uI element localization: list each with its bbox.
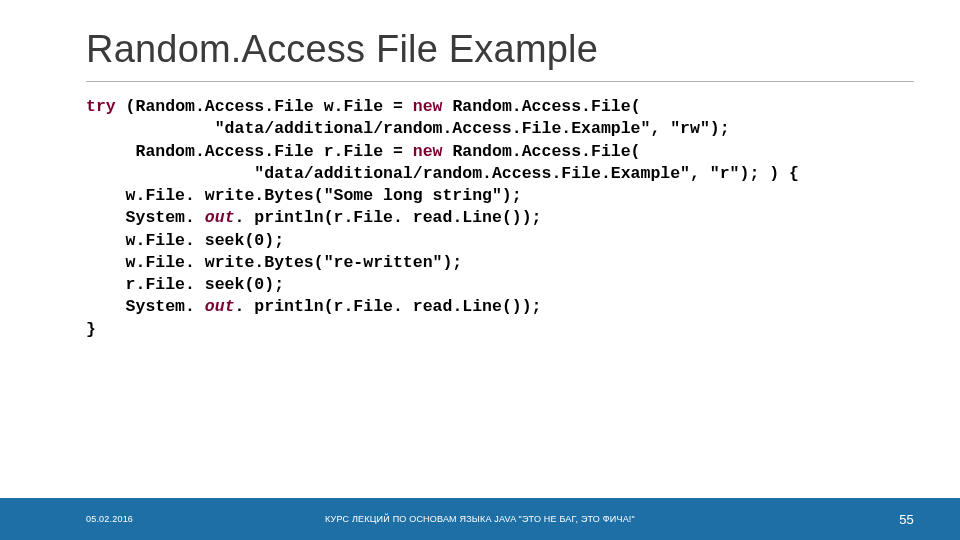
title-underline [86,81,914,82]
footer-bar: 05.02.2016 КУРС ЛЕКЦИЙ ПО ОСНОВАМ ЯЗЫКА … [0,498,960,540]
kw-new-1: new [413,97,443,116]
footer-course: КУРС ЛЕКЦИЙ ПО ОСНОВАМ ЯЗЫКА JAVA "ЭТО Н… [0,514,960,524]
kw-out-2: out [205,297,235,316]
kw-try: try [86,97,116,116]
footer-page: 55 [899,512,914,527]
slide-title: Random.Access File Example [86,28,910,71]
footer-date: 05.02.2016 [86,514,133,524]
kw-new-2: new [413,142,443,161]
kw-out-1: out [205,208,235,227]
code-block: try (Random.Access.File w.File = new Ran… [0,96,960,341]
